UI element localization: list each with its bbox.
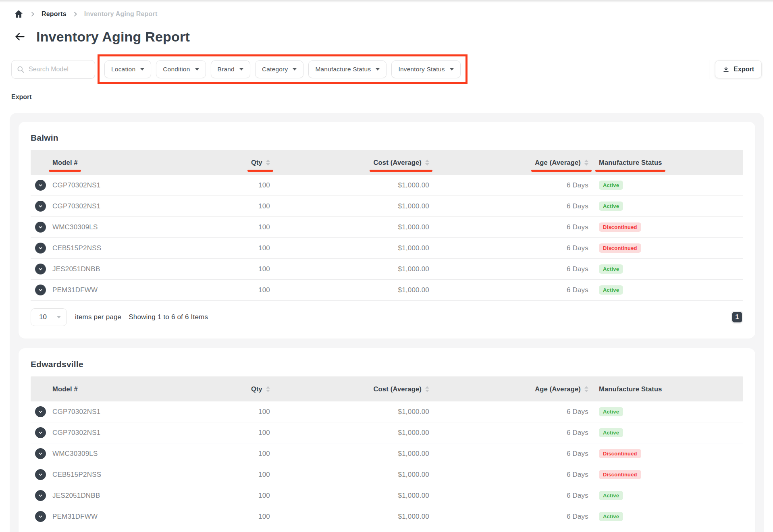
manufacture-status-filter-label: Manufacture Status <box>315 66 371 73</box>
breadcrumb-reports-link[interactable]: Reports <box>42 10 66 18</box>
annotation-red-rectangle: Location Condition Brand Category Manufa… <box>98 54 468 84</box>
condition-filter-dropdown[interactable]: Condition <box>156 60 206 78</box>
status-badge: Active <box>599 491 623 500</box>
table-header-row: Model # Qty Cost (Average) Age (Average)… <box>31 376 743 401</box>
table-row: PEM31DFWW 100 $1,000.00 6 Days Active <box>31 280 743 301</box>
table-row: PEM31DFWW 100 $1,000.00 6 Days Active <box>31 506 743 527</box>
age-value: 6 Days <box>567 181 588 189</box>
expand-row-button[interactable] <box>35 243 46 254</box>
sort-icon[interactable] <box>266 386 270 392</box>
expand-row-button[interactable] <box>35 427 46 438</box>
expand-row-button[interactable] <box>35 469 46 480</box>
brand-filter-dropdown[interactable]: Brand <box>211 60 250 78</box>
category-filter-dropdown[interactable]: Category <box>255 60 304 78</box>
sort-icon[interactable] <box>584 160 588 166</box>
table-row: CGP70302NS1 100 $1,000.00 6 Days Active <box>31 175 743 196</box>
column-header-manufacture-status: Manufacture Status <box>588 159 743 166</box>
status-badge: Active <box>599 285 623 295</box>
export-link[interactable]: Export <box>11 94 773 102</box>
caret-down-icon <box>195 68 199 71</box>
status-badge: Discontinued <box>599 470 641 479</box>
inventory-status-filter-label: Inventory Status <box>398 66 445 73</box>
caret-down-icon <box>57 316 61 318</box>
qty-value: 100 <box>258 492 270 500</box>
qty-value: 100 <box>258 450 270 458</box>
location-section-edwardsville: Edwardsville Model # Qty Cost (Average) … <box>19 348 755 532</box>
age-value: 6 Days <box>567 471 588 479</box>
location-filter-dropdown[interactable]: Location <box>104 60 151 78</box>
sort-icon[interactable] <box>425 386 429 392</box>
sort-icon[interactable] <box>584 386 588 392</box>
section-title: Balwin <box>31 133 743 143</box>
table-row: JES2051DNBB 100 $1,000.00 6 Days Active <box>31 485 743 506</box>
expand-row-button[interactable] <box>35 511 46 522</box>
location-section-balwin: Balwin Model # Qty Cost (Average) Age (A… <box>19 122 755 339</box>
age-value: 6 Days <box>567 202 588 210</box>
cost-value: $1,000.00 <box>398 181 429 189</box>
page-size-select[interactable]: 10 <box>31 308 67 326</box>
age-value: 6 Days <box>567 265 588 273</box>
model-number: CGP70302NS1 <box>50 408 191 416</box>
page-number-button[interactable]: 1 <box>731 311 743 324</box>
column-header-cost[interactable]: Cost (Average) <box>373 385 429 393</box>
inventory-status-filter-dropdown[interactable]: Inventory Status <box>391 60 460 78</box>
age-value: 6 Days <box>567 286 588 294</box>
column-header-model[interactable]: Model # <box>50 159 191 166</box>
age-value: 6 Days <box>567 513 588 521</box>
column-header-manufacture-status: Manufacture Status <box>588 385 743 393</box>
sort-icon[interactable] <box>425 160 429 166</box>
back-arrow-button[interactable] <box>14 31 26 42</box>
expand-row-button[interactable] <box>35 285 46 295</box>
caret-down-icon <box>450 68 454 71</box>
page-title: Inventory Aging Report <box>36 29 190 45</box>
qty-value: 100 <box>258 223 270 231</box>
expand-row-button[interactable] <box>35 201 46 212</box>
section-title: Edwardsville <box>31 360 743 369</box>
expand-row-button[interactable] <box>35 222 46 233</box>
expand-row-button[interactable] <box>35 448 46 459</box>
table-row: CEB515P2NSS 100 $1,000.00 6 Days Discont… <box>31 238 743 259</box>
age-value: 6 Days <box>567 492 588 500</box>
items-per-page-label: items per page <box>75 313 121 321</box>
cost-value: $1,000.00 <box>398 202 429 210</box>
manufacture-status-filter-dropdown[interactable]: Manufacture Status <box>308 60 386 78</box>
model-number: CGP70302NS1 <box>50 429 191 437</box>
table-header-row: Model # Qty Cost (Average) Age (Average)… <box>31 150 743 175</box>
category-filter-label: Category <box>262 66 288 73</box>
column-header-model[interactable]: Model # <box>50 385 191 393</box>
column-header-qty[interactable]: Qty <box>251 159 270 166</box>
qty-value: 100 <box>258 244 270 252</box>
export-button[interactable]: Export <box>715 60 762 78</box>
caret-down-icon <box>239 68 243 71</box>
sort-icon[interactable] <box>266 160 270 166</box>
model-number: CEB515P2NSS <box>50 244 191 252</box>
condition-filter-label: Condition <box>163 66 190 73</box>
expand-row-button[interactable] <box>35 490 46 501</box>
table-body: CGP70302NS1 100 $1,000.00 6 Days Active <box>31 175 743 301</box>
qty-value: 100 <box>258 513 270 521</box>
qty-value: 100 <box>258 202 270 210</box>
model-number: WMC30309LS <box>50 223 191 231</box>
table-row: WMC30309LS 100 $1,000.00 6 Days Disconti… <box>31 443 743 464</box>
table-row: JES2051DNBB 100 $1,000.00 6 Days Active <box>31 259 743 280</box>
showing-items-text: Showing 1 to 6 of 6 Items <box>129 313 208 321</box>
column-header-qty[interactable]: Qty <box>251 385 270 393</box>
expand-row-button[interactable] <box>35 406 46 417</box>
table-row: WMC30309LS 100 $1,000.00 6 Days Disconti… <box>31 217 743 238</box>
column-header-cost[interactable]: Cost (Average) <box>373 159 429 166</box>
expand-row-button[interactable] <box>35 180 46 191</box>
column-header-age[interactable]: Age (Average) <box>535 159 588 166</box>
expand-row-button[interactable] <box>35 264 46 274</box>
caret-down-icon <box>376 68 380 71</box>
report-container: Balwin Model # Qty Cost (Average) Age (A… <box>10 113 764 532</box>
model-number: CGP70302NS1 <box>50 181 191 189</box>
search-icon <box>17 65 25 75</box>
window-top-edge <box>0 0 773 2</box>
table-row: CGP70302NS1 100 $1,000.00 6 Days Active <box>31 422 743 443</box>
chevron-right-icon <box>72 11 79 17</box>
home-icon[interactable] <box>14 9 24 19</box>
toolbar-divider <box>709 60 709 79</box>
cost-value: $1,000.00 <box>398 450 429 458</box>
column-header-age[interactable]: Age (Average) <box>535 385 588 393</box>
cost-value: $1,000.00 <box>398 429 429 437</box>
